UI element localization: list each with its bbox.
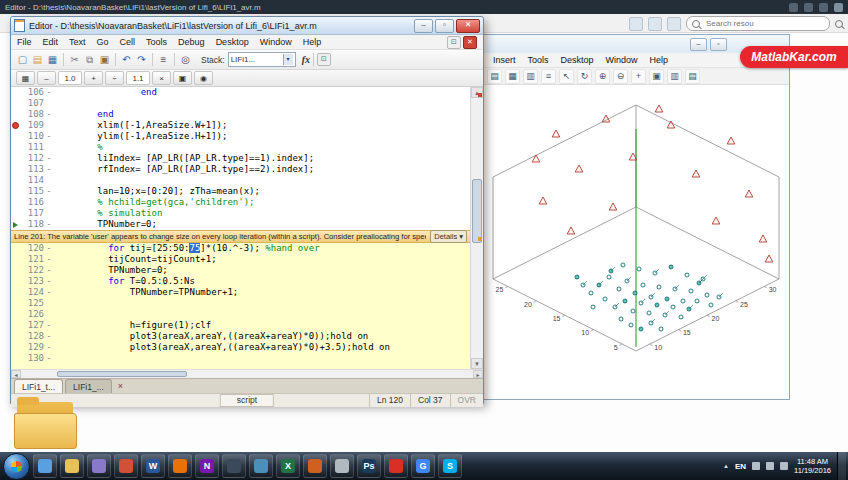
excel-icon[interactable]: X [276,454,300,478]
desktop-tool-icon-3[interactable] [667,17,681,31]
photoshop-icon[interactable]: Ps [357,454,381,478]
timer-icon[interactable]: ◉ [194,71,213,85]
print-icon[interactable]: ≡ [156,52,171,67]
word-icon[interactable]: W [141,454,165,478]
code-line-130[interactable]: 130- [11,353,470,364]
lint-warning-details-button[interactable]: Details ▾ [430,230,467,243]
eval-cell-icon[interactable]: ▣ [173,71,192,85]
code-line-125[interactable]: 125 [11,298,470,309]
code-line-124[interactable]: 124- TPNumber=TPNumber+1; [11,287,470,298]
firefox-icon[interactable] [168,454,192,478]
paint-icon[interactable] [330,454,354,478]
figure-menu-tools[interactable]: Tools [528,55,549,65]
code-line-121[interactable]: 121- tijCount=tijCount+1; [11,254,470,265]
acrobat-icon[interactable] [384,454,408,478]
colorbar-icon[interactable]: ▥ [667,69,682,84]
editor-menu-edit[interactable]: Edit [43,37,59,47]
code-line-122[interactable]: 122- TPNumber=0; [11,265,470,276]
lint-warning-marker[interactable] [478,237,482,241]
zoom-in-icon[interactable]: ⊕ [595,69,610,84]
language-indicator[interactable]: EN [735,462,746,471]
new-file-icon[interactable]: ▢ [15,52,30,67]
windows-app-icon[interactable] [87,454,111,478]
rotate-3d-icon[interactable]: ↻ [577,69,592,84]
scroll-right-icon[interactable]: ► [473,370,483,378]
network-icon[interactable] [766,462,774,470]
figure-plot[interactable]: 2520151051015202530 [479,85,789,401]
legend-icon[interactable]: ▤ [685,69,700,84]
editor-menu-help[interactable]: Help [303,37,322,47]
calculator-icon[interactable] [249,454,273,478]
save-figure-icon[interactable]: ▥ [523,69,538,84]
editor-menu-window[interactable]: Window [260,37,292,47]
paste-icon[interactable]: ▣ [97,52,112,67]
dock-icon[interactable]: ⊡ [447,36,461,49]
skype-icon[interactable]: S [438,454,462,478]
vertical-scrollbar[interactable]: ▲ ▼ [470,87,483,369]
figure-menu-desktop[interactable]: Desktop [561,55,594,65]
code-line-113[interactable]: 113- rfIndex= [AP_LR([AP_LR.type]==2).in… [11,164,470,175]
code-line-127[interactable]: 127- h=figure(1);clf [11,320,470,331]
zoom-out-icon[interactable]: ⊖ [613,69,628,84]
editor-menu-text[interactable]: Text [69,37,86,47]
find-icon[interactable]: ◎ [178,52,193,67]
code-line-110[interactable]: 110- ylim([-1,AreaSize.H+1]); [11,131,470,142]
volume-icon[interactable] [780,462,788,470]
figure-menu-help[interactable]: Help [650,55,669,65]
editor-restore-button[interactable]: ▫ [435,19,454,33]
code-line-106[interactable]: 106- end [11,87,470,98]
editor-minimize-button[interactable]: – [414,19,433,33]
stack-dropdown[interactable]: LIFi1... ▾ [228,52,296,67]
search-icon-right[interactable] [835,20,843,28]
code-line-120[interactable]: 120- for tij=[25:50:75]*(10.^-3); %hand … [11,243,470,254]
open-file-icon[interactable]: ▤ [30,52,45,67]
value-field-2[interactable]: 1.1 [126,71,150,85]
divide-value-button[interactable]: ÷ [105,71,124,85]
new-figure-icon[interactable]: ▤ [487,69,502,84]
horizontal-scrollbar[interactable]: ◄ ► [11,369,483,378]
code-line-126[interactable]: 126 [11,309,470,320]
topbar-close-icon[interactable] [834,3,843,12]
figure-menu-window[interactable]: Window [606,55,638,65]
cell-grid-icon[interactable]: ▦ [16,71,35,85]
open-figure-icon[interactable]: ▦ [505,69,520,84]
editor-menu-go[interactable]: Go [97,37,109,47]
code-line-107[interactable]: 107 [11,98,470,109]
topbar-minimize-icon[interactable] [804,3,813,12]
code-line-108[interactable]: 108- end [11,109,470,120]
start-button[interactable] [3,453,30,480]
onenote-icon[interactable]: N [195,454,219,478]
increase-value-button[interactable]: + [84,71,103,85]
editor-menu-debug[interactable]: Debug [178,37,205,47]
print-figure-icon[interactable]: ≡ [541,69,556,84]
app-red-icon[interactable] [114,454,138,478]
figure-restore-button[interactable]: ▫ [710,38,727,51]
editor-menu-tools[interactable]: Tools [146,37,167,47]
code-line-112[interactable]: 112- liIndex= [AP_LR([AP_LR.type]==1).in… [11,153,470,164]
code-area[interactable]: 106- end107108- end109 xlim([-1,AreaSize… [11,87,470,369]
chrome-icon[interactable]: G [411,454,435,478]
scroll-down-icon[interactable]: ▼ [471,358,483,369]
redo-icon[interactable]: ↷ [134,52,149,67]
cut-icon[interactable]: ✂ [67,52,82,67]
explorer-icon[interactable] [60,454,84,478]
breakpoint-icon[interactable] [11,120,20,131]
search-input[interactable] [704,18,808,29]
code-line-111[interactable]: 111 % [11,142,470,153]
edit-plot-icon[interactable]: ↖ [559,69,574,84]
toolbar-dock-icon[interactable]: ⊡ [317,53,331,66]
action-center-icon[interactable] [752,462,760,470]
multiply-value-button[interactable]: × [152,71,171,85]
search-box[interactable] [686,16,830,31]
save-icon[interactable]: ▦ [45,52,60,67]
horizontal-scroll-thumb[interactable] [57,371,187,377]
tab-close-button[interactable]: × [118,380,123,393]
code-line-116[interactable]: 116 % hchild=get(gca,'children'); [11,197,470,208]
code-line-114[interactable]: 114 [11,175,470,186]
code-line-117[interactable]: 117 % simulation [11,208,470,219]
code-line-118[interactable]: 118- TPNumber=0; [11,219,470,230]
code-line-109[interactable]: 109 xlim([-1,AreaSize.W+1]); [11,120,470,131]
editor-menu-file[interactable]: File [17,37,32,47]
code-line-128[interactable]: 128- plot3(areaX,areaY,((areaX+areaY)*0)… [11,331,470,342]
scroll-left-icon[interactable]: ◄ [11,370,21,378]
